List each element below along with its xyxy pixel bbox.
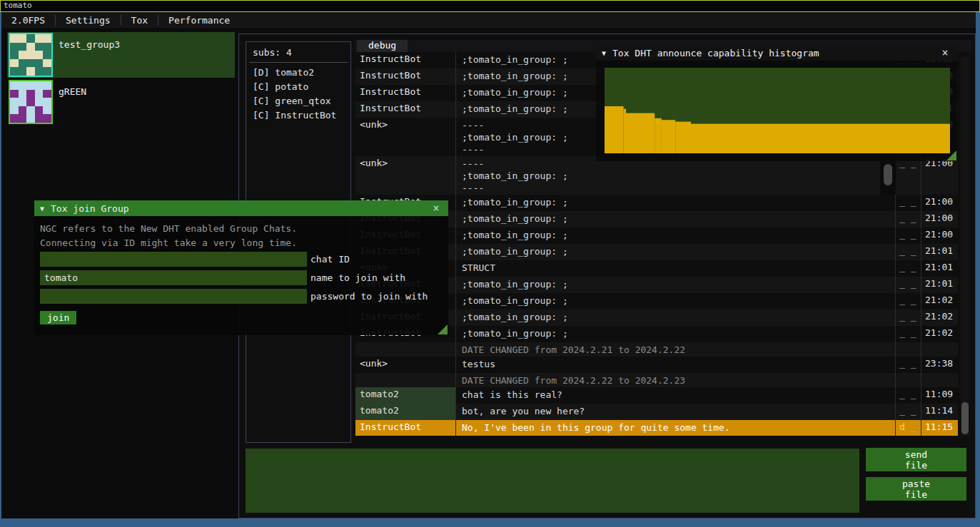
avatar-pixel: [19, 59, 27, 68]
histogram-bar: [626, 113, 655, 153]
avatar-pixel: [10, 43, 19, 51]
avatar-pixel: [26, 98, 35, 106]
delivery-status: [896, 373, 921, 387]
histogram-bar: [675, 122, 691, 153]
menu-item-performance[interactable]: Performance: [158, 12, 240, 29]
group-avatar: [9, 80, 53, 124]
join-password-input[interactable]: [40, 289, 307, 304]
join-group-title: Tox join Group: [51, 203, 423, 214]
timestamp: 23:38: [921, 357, 958, 373]
date-separator-row: DATE CHANGED from 2024.2.22 to 2024.2.23: [355, 373, 958, 387]
window-frame-right: [976, 12, 980, 518]
menu-item-tox[interactable]: Tox: [121, 12, 158, 29]
paste-file-button[interactable]: paste file: [866, 477, 966, 501]
message-text: No, I've been in this group for quite so…: [455, 420, 896, 436]
join-description-line2: Connecting via ID might take a very long…: [40, 236, 443, 250]
sender-name: tomato2: [355, 404, 455, 420]
timestamp: 21:00: [921, 227, 958, 244]
avatar-pixel: [19, 81, 27, 90]
avatar-pixel: [19, 51, 27, 59]
message-text: ;tomato_in_group: ;: [455, 244, 896, 260]
dht-capability-histogram-plot: [605, 68, 950, 153]
join-button[interactable]: join: [40, 311, 76, 324]
avatar-pixel: [35, 98, 44, 106]
member-list-item[interactable]: [C] InstructBot: [246, 108, 350, 123]
resize-grip[interactable]: [438, 324, 448, 334]
avatar-pixel: [19, 34, 27, 43]
message-text: ;tomato_in_group: ;: [455, 211, 896, 227]
message-log-scrollbar[interactable]: [961, 57, 969, 436]
separator: [249, 62, 348, 63]
avatar-pixel: [35, 67, 44, 76]
avatar-pixel: [35, 43, 44, 51]
member-list-item[interactable]: [D] tomato2: [246, 66, 350, 80]
avatar-pixel: [10, 67, 19, 76]
sidebar-group-test_group3[interactable]: test_group3: [7, 32, 235, 78]
os-window-titlebar[interactable]: tomato: [0, 0, 980, 12]
delivery-status: _ _: [896, 211, 921, 227]
histogram-bar: [662, 120, 675, 153]
delivered-flag: d: [899, 421, 905, 432]
scrollbar-thumb[interactable]: [961, 402, 969, 434]
chat-id-input[interactable]: [40, 252, 307, 267]
message-row[interactable]: tomato2chat is this real?_ _11:09: [355, 387, 958, 404]
avatar-pixel: [26, 81, 35, 90]
resize-grip[interactable]: [946, 150, 956, 160]
avatar-pixel: [43, 43, 51, 51]
delivery-status: _ _: [896, 260, 921, 277]
avatar-pixel: [43, 81, 51, 90]
dht-histogram-titlebar[interactable]: ▼ Tox DHT announce capability histogram …: [596, 45, 957, 61]
message-row[interactable]: <unk>----;tomato_in_group: ;----_ _21:00: [355, 156, 958, 195]
timestamp: 21:02: [921, 309, 958, 326]
collapse-icon[interactable]: ▼: [40, 205, 44, 213]
join-group-window: ▼ Tox join Group × NGC refers to the New…: [34, 200, 448, 335]
close-icon[interactable]: ×: [939, 46, 951, 59]
message-text: DATE CHANGED from 2024.2.21 to 2024.2.22: [455, 342, 896, 357]
delivery-status: _ _: [896, 309, 921, 326]
chat-id-label: chat ID: [310, 254, 350, 265]
message-text: testus: [455, 357, 896, 373]
join-name-input[interactable]: [40, 270, 307, 285]
sidebar-group-gREEN[interactable]: gREEN: [7, 79, 235, 125]
delivery-status: [896, 342, 921, 357]
avatar-pixel: [43, 106, 51, 115]
avatar-pixel: [35, 90, 44, 98]
collapse-icon[interactable]: ▼: [602, 49, 606, 57]
message-text: ;tomato_in_group: ;: [455, 227, 896, 244]
sender-name: [355, 342, 455, 357]
subs-count-label: subs: 4: [246, 42, 350, 61]
avatar-pixel: [19, 98, 27, 106]
close-icon[interactable]: ×: [430, 202, 443, 215]
delivery-status: _ _: [896, 156, 921, 195]
message-text: STRUCT: [455, 260, 896, 277]
avatar-pixel: [26, 106, 35, 115]
message-text: ;tomato_in_group: ;: [455, 326, 896, 342]
tab-debug[interactable]: debug: [357, 40, 408, 52]
dht-histogram-title: Tox DHT announce capability histogram: [612, 48, 932, 58]
histogram-bar: [605, 106, 624, 153]
avatar-pixel: [35, 59, 44, 68]
message-line: ;tomato_in_group: ;: [462, 170, 892, 182]
inner-scrollbar-thumb[interactable]: [884, 164, 892, 185]
avatar-pixel: [10, 98, 19, 106]
message-text: ;tomato_in_group: ;: [455, 277, 896, 293]
delivery-status: _ _: [896, 277, 921, 293]
member-list-item[interactable]: [C] potato: [246, 80, 350, 94]
send-file-button[interactable]: send file: [866, 448, 966, 471]
fps-indicator: 2.0FPS: [1, 12, 55, 29]
avatar-pixel: [43, 98, 51, 106]
avatar-pixel: [43, 67, 51, 76]
avatar-pixel: [35, 81, 44, 90]
dht-histogram-window: ▼ Tox DHT announce capability histogram …: [596, 45, 957, 161]
message-row[interactable]: <unk>testus_ _23:38: [355, 357, 958, 373]
join-password-label: password to join with: [310, 291, 428, 302]
timestamp: 21:02: [921, 293, 958, 309]
menu-item-settings[interactable]: Settings: [56, 12, 121, 29]
member-list-item[interactable]: [C] green_qtox: [246, 94, 350, 108]
message-row[interactable]: InstructBotNo, I've been in this group f…: [355, 420, 958, 436]
message-row[interactable]: tomato2bot, are you new here?_ _11:14: [355, 404, 958, 420]
join-group-titlebar[interactable]: ▼ Tox join Group ×: [34, 200, 448, 216]
avatar-pixel: [19, 43, 27, 51]
delivery-status: _ _: [896, 244, 921, 260]
message-input[interactable]: [246, 449, 859, 513]
